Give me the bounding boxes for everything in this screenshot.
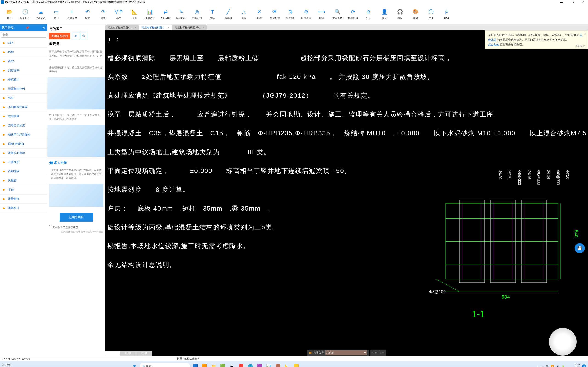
tray-input-icon[interactable]: 英 xyxy=(546,365,548,367)
toolbar-快看云盘[interactable]: ☁快看云盘 xyxy=(33,6,48,23)
toolbar-画直线[interactable]: ╱画直线 xyxy=(221,6,236,23)
toolbar-导入导出[interactable]: ⇅导入导出 xyxy=(283,6,298,23)
taskbar-app-4[interactable]: 🟩 xyxy=(219,362,227,367)
toolbar-形状[interactable]: △形状 xyxy=(236,6,251,23)
minimize-button[interactable]: — xyxy=(556,0,567,4)
toolbar-测量[interactable]: 📐测量 xyxy=(127,6,142,23)
weather-widget[interactable]: ☀ 15°C晴朗 xyxy=(2,363,11,367)
toolbar-会员[interactable]: VIP会员 xyxy=(111,6,126,23)
measure-item[interactable]: ◆线性 xyxy=(0,48,47,57)
measure-item[interactable]: ◆对齐 xyxy=(0,39,47,48)
tab-close-icon[interactable]: × xyxy=(135,26,136,29)
measure-item[interactable]: ◆半径 xyxy=(0,185,47,194)
taskbar-search[interactable]: 🔍 搜索 xyxy=(140,363,190,367)
toolbar-文字查找[interactable]: 🔍文字查找 xyxy=(330,6,345,23)
measure-item[interactable]: ◆面积 xyxy=(0,57,47,66)
taskbar-app-6[interactable]: 🟥 xyxy=(237,362,245,367)
taskbar-app-10[interactable]: 🟫 xyxy=(274,362,282,367)
deleted-projects-button[interactable]: 已删除项目 xyxy=(60,213,93,222)
layout-tab[interactable]: 布局1 xyxy=(120,351,136,356)
toolbar-打印[interactable]: 🖨打印 xyxy=(361,6,376,23)
taskbar-app-5[interactable]: ✈ xyxy=(228,362,236,367)
measure-item[interactable]: ◆矩形面积 xyxy=(0,66,47,75)
tray-battery-icon[interactable]: 🔋 xyxy=(562,365,565,367)
taskbar-app-1[interactable]: 🟦 xyxy=(191,362,199,367)
new-project-button[interactable]: 新建超级项目 xyxy=(49,33,70,40)
taskbar-app-9[interactable]: 📊 xyxy=(265,362,273,367)
layers-icon[interactable]: ▭ xyxy=(382,351,384,354)
measure-item[interactable]: ◆测量角度 xyxy=(0,194,47,204)
toolbar-隐藏标注[interactable]: 👁隐藏标注 xyxy=(267,6,283,23)
measure-item[interactable]: ◆修改单个标注属性 xyxy=(0,130,47,140)
toolbar-文字[interactable]: T文字 xyxy=(205,6,220,23)
edit-icon[interactable]: ✎ xyxy=(372,351,374,354)
toolbar-编辑助手[interactable]: ✎编辑助手 xyxy=(174,6,189,23)
toolbar-撤销[interactable]: ↶撤销 xyxy=(80,6,95,23)
measure-search-input[interactable] xyxy=(1,32,46,38)
system-tray[interactable]: ˄ ☁ 英 📶 🔊 🔋 9:07 2023/10/16 2 xyxy=(537,364,586,367)
remember-checkbox[interactable]: 记住快看云盘开启状态 xyxy=(49,226,78,229)
search-icon[interactable]: 🔍 xyxy=(81,33,87,39)
measure-item[interactable]: ◆弧长 xyxy=(0,94,47,103)
maximize-button[interactable]: ▭ xyxy=(567,0,578,4)
mascot-widget[interactable] xyxy=(549,328,577,356)
toolbar-账号[interactable]: 👤账号 xyxy=(377,6,392,23)
toolbar-屏幕旋转[interactable]: ⟳屏幕旋转 xyxy=(346,6,361,23)
warning-hide-link[interactable]: 不再提示 xyxy=(575,44,586,48)
measure-item[interactable]: ◆计算面积 xyxy=(0,158,47,167)
tab-close-icon[interactable]: × xyxy=(168,26,169,29)
measure-item[interactable]: ◆设置标注比例 xyxy=(0,84,47,94)
toolbar-最近打开[interactable]: 🕐最近打开 xyxy=(17,6,33,23)
toolbar-图纸对比[interactable]: ⇄图纸对比 xyxy=(158,6,173,23)
panel-pin-icon[interactable]: 📌 xyxy=(26,26,29,30)
measure-item[interactable]: ◆测量填充面积 xyxy=(0,149,47,158)
measure-item[interactable]: ◆测量圆 xyxy=(0,176,47,185)
toolbar-比例[interactable]: ⟷比例 xyxy=(314,6,329,23)
taskbar-app-11[interactable]: 📐 xyxy=(283,362,291,367)
measure-item[interactable]: ◆面积(含弧线) xyxy=(0,140,47,149)
toolbar-PDF[interactable]: PPDF xyxy=(439,6,454,23)
warning-close-icon[interactable]: ✕ xyxy=(584,31,586,36)
toolbar-删除[interactable]: ✕删除 xyxy=(252,6,267,23)
toolbar-客服[interactable]: 🎧客服 xyxy=(392,6,407,23)
usb-float-button[interactable]: 💾 xyxy=(575,243,585,253)
refresh-icon[interactable]: ⟳ xyxy=(73,33,79,39)
measure-item[interactable]: ◆点到直线的距离 xyxy=(0,103,47,112)
taskbar-app-3[interactable]: 📁 xyxy=(209,362,218,367)
taskbar-app-12[interactable]: 🟨 xyxy=(292,362,300,367)
cad-viewport[interactable]: 4Φ202Φ16Φ8@3002Φ16Φ8@3002Φ16Φ8@3004Φ20 5… xyxy=(105,30,588,356)
toolbar-标注设置[interactable]: ⚙标注设置 xyxy=(299,6,314,23)
tray-wifi-icon[interactable]: 📶 xyxy=(551,365,554,367)
document-tab[interactable]: 龙爪树罩棚结构图7号…× xyxy=(172,25,207,30)
move-icon[interactable]: ✥ xyxy=(375,351,377,354)
warning-link-2[interactable]: 点击此处 xyxy=(488,43,499,46)
toolbar-图形识别[interactable]: ◎图形识别 xyxy=(189,6,204,23)
toolbar-打开[interactable]: 📂打开 xyxy=(2,6,17,23)
measure-item[interactable]: ◆测量统计 xyxy=(0,204,47,213)
measure-item[interactable]: ◆查看分段长度 xyxy=(0,121,47,130)
tab-close-icon[interactable]: × xyxy=(203,26,204,29)
notification-badge[interactable]: 2 xyxy=(582,365,586,367)
measure-item[interactable]: ◆连续测量 xyxy=(0,112,47,121)
layout-tab[interactable]: 布局2 xyxy=(136,351,152,356)
taskbar-app-8[interactable]: 🟪 xyxy=(255,362,264,367)
toolbar-恢复[interactable]: ↷恢复 xyxy=(95,6,111,23)
copy-icon[interactable]: ⎘ xyxy=(379,351,380,354)
tray-volume-icon[interactable]: 🔊 xyxy=(556,365,559,367)
annotation-filter-icon[interactable]: ▦ xyxy=(309,351,312,354)
layout-tab[interactable]: 模型 xyxy=(105,351,120,356)
toolbar-窗口[interactable]: ▭窗口 xyxy=(49,6,64,23)
measure-item[interactable]: ◆面积偏移 xyxy=(0,167,47,176)
tray-cloud-icon[interactable]: ☁ xyxy=(541,365,544,367)
taskbar-app-7[interactable]: 🌐 xyxy=(246,362,254,367)
panel-close-icon[interactable]: ✕ xyxy=(43,26,45,30)
annotation-category-select[interactable]: 未分类 xyxy=(326,350,367,355)
document-tab[interactable]: 龙爪树罩棚结构图9·…× xyxy=(139,25,172,30)
toolbar-图层管理[interactable]: ≡图层管理 xyxy=(64,6,79,23)
toolbar-风格[interactable]: 🎨风格 xyxy=(408,6,423,23)
tray-arrow-icon[interactable]: ˄ xyxy=(537,365,539,367)
toolbar-关于[interactable]: ⓘ关于 xyxy=(424,6,439,23)
document-tab[interactable]: 龙爪树罩棚施工图8 ·…× xyxy=(105,25,139,30)
close-button[interactable]: ✕ xyxy=(578,0,588,4)
taskbar-app-2[interactable]: 🟧 xyxy=(200,362,208,367)
